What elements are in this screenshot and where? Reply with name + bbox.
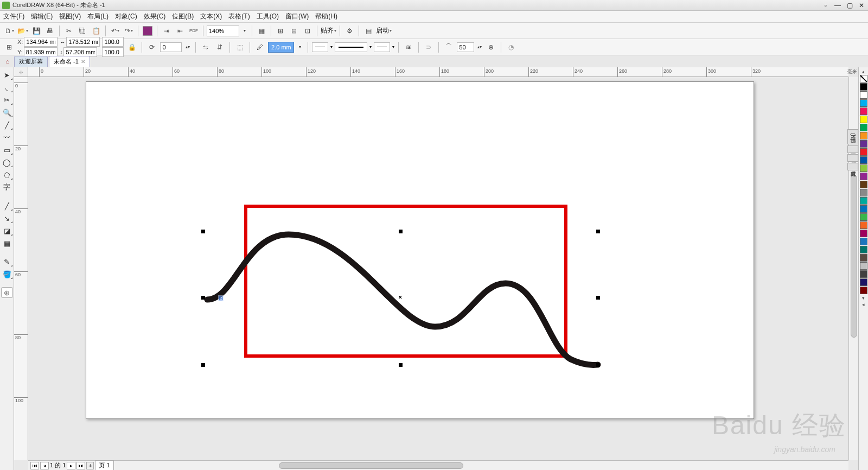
artistic-media-tool[interactable]: 〰 (1, 132, 13, 143)
menu-file[interactable]: 文件(F) (3, 12, 24, 21)
rotation-input[interactable] (160, 42, 182, 52)
options-button[interactable]: ⚙ (343, 25, 355, 37)
quick-customize-button[interactable]: ⊕ (1, 287, 13, 298)
color-swatch[interactable] (860, 270, 867, 278)
horizontal-scrollbar[interactable] (116, 461, 848, 470)
menu-effects[interactable]: 效果(C) (144, 12, 166, 21)
menu-help[interactable]: 帮助(H) (315, 12, 337, 21)
start-arrowhead-select[interactable] (312, 42, 328, 52)
color-swatch[interactable] (860, 124, 867, 131)
lock-ratio-button[interactable]: 🔒 (126, 41, 138, 53)
minimize-icon[interactable]: — (833, 2, 842, 9)
home-icon[interactable]: ⌂ (3, 57, 12, 66)
offset-input[interactable] (457, 42, 474, 52)
color-swatch[interactable] (860, 99, 867, 107)
no-fill-swatch[interactable] (860, 75, 867, 82)
app-launcher-icon[interactable]: ▤ (362, 25, 374, 37)
offset-apply-button[interactable]: ⊕ (485, 41, 497, 53)
color-swatch[interactable] (860, 238, 867, 245)
next-page-button[interactable]: ▸ (67, 462, 75, 469)
menu-tools[interactable]: 工具(O) (257, 12, 279, 21)
canvas-view[interactable]: ✕ ⊞ (28, 77, 848, 460)
color-swatch[interactable] (860, 287, 867, 294)
menu-object[interactable]: 对象(C) (115, 12, 137, 21)
zoom-dropdown-icon[interactable]: ▾ (241, 25, 248, 37)
outline-width-dropdown[interactable]: ▾ (296, 41, 304, 53)
maximize-icon[interactable]: ▢ (845, 2, 854, 9)
show-grid-button[interactable]: ⊟ (288, 25, 300, 37)
object-origin-icon[interactable]: ⊞ (3, 41, 15, 53)
first-page-button[interactable]: ⏮ (30, 462, 39, 469)
color-swatch[interactable] (860, 156, 867, 164)
menu-edit[interactable]: 编辑(E) (31, 12, 53, 21)
color-swatch[interactable] (860, 91, 867, 99)
menu-view[interactable]: 视图(V) (59, 12, 81, 21)
ellipse-tool[interactable]: ◯ (1, 157, 13, 168)
docker-object-properties[interactable]: 对象属性 (847, 154, 858, 162)
import-button[interactable]: ⇥ (161, 25, 173, 37)
save-button[interactable]: 💾 (30, 25, 42, 37)
color-swatch[interactable] (860, 148, 867, 156)
color-swatch[interactable] (860, 230, 867, 237)
color-swatch[interactable] (860, 197, 867, 205)
red-rectangle-object[interactable] (244, 205, 567, 358)
wrap-text-button[interactable]: ≋ (403, 41, 414, 53)
width-input[interactable] (66, 37, 100, 47)
order-button[interactable]: ⬚ (234, 41, 246, 53)
open-button[interactable]: 📂▾ (17, 25, 29, 37)
undo-button[interactable]: ↶▾ (109, 25, 121, 37)
crop-tool[interactable]: ✂ (1, 94, 13, 105)
show-guidelines-button[interactable]: ⊡ (302, 25, 314, 37)
color-swatch[interactable] (860, 262, 867, 270)
ruler-corner[interactable]: ⊹ (14, 67, 28, 77)
close-curve-button[interactable]: ⊃ (423, 41, 435, 53)
vertical-ruler[interactable]: 020406080100 (14, 77, 28, 460)
menu-table[interactable]: 表格(T) (228, 12, 250, 21)
selection-handle[interactable] (201, 296, 205, 300)
convert-to-curves-button[interactable]: ◔ (505, 41, 517, 53)
color-swatch[interactable] (860, 213, 867, 221)
pick-tool[interactable]: ➤ (1, 69, 13, 80)
docker-property-manager[interactable]: 属性管理器 (847, 145, 858, 153)
end-arrowhead-select[interactable] (374, 42, 390, 52)
interactive-fill-tool[interactable]: 🪣 (1, 269, 13, 280)
color-swatch[interactable] (860, 107, 867, 115)
color-swatch[interactable] (860, 132, 867, 139)
snap-dropdown[interactable]: 贴齐▾ (321, 26, 336, 35)
color-swatch[interactable] (860, 221, 867, 229)
selection-center-icon[interactable]: ✕ (398, 295, 403, 300)
docker-hints[interactable]: 提示(N) (847, 129, 858, 144)
add-page-button[interactable]: + (86, 462, 94, 469)
menu-window[interactable]: 窗口(W) (285, 12, 309, 21)
export-button[interactable]: ⇤ (174, 25, 186, 37)
redo-button[interactable]: ↷▾ (123, 25, 135, 37)
connector-tool[interactable]: ↘ (1, 213, 13, 224)
outline-width-select[interactable]: 2.0 mm (268, 42, 294, 53)
color-swatch[interactable] (860, 278, 867, 286)
zoom-level-input[interactable] (207, 26, 239, 36)
selection-handle[interactable] (596, 296, 600, 300)
page-tab[interactable]: 页 1 (95, 460, 113, 470)
tab-welcome[interactable]: 欢迎屏幕 (14, 56, 48, 67)
selection-handle[interactable] (596, 363, 600, 367)
parallel-dim-tool[interactable]: ╱ (1, 200, 13, 211)
drop-shadow-tool[interactable]: ◪ (1, 225, 13, 236)
color-swatch[interactable] (860, 205, 867, 213)
tab-close-icon[interactable]: ✕ (81, 59, 85, 65)
restore-down-icon[interactable]: ▫ (821, 2, 830, 9)
selection-handle[interactable] (201, 363, 205, 367)
search-content-button[interactable] (142, 25, 154, 37)
menu-layout[interactable]: 布局(L) (87, 12, 108, 21)
new-doc-button[interactable]: 🗋▾ (3, 25, 15, 37)
mirror-v-button[interactable]: ⇵ (214, 41, 226, 53)
line-style-select[interactable] (335, 42, 367, 52)
horizontal-scroll-thumb[interactable] (279, 462, 463, 469)
prev-page-button[interactable]: ◂ (40, 462, 49, 469)
color-swatch[interactable] (860, 246, 867, 253)
polygon-tool[interactable]: ⬠ (1, 169, 13, 180)
color-swatch[interactable] (860, 254, 867, 262)
last-page-button[interactable]: ⏭ (76, 462, 85, 469)
menu-text[interactable]: 文本(X) (200, 12, 222, 21)
palette-down-arrow-icon[interactable]: ▾ (862, 295, 865, 301)
color-swatch[interactable] (860, 189, 867, 196)
